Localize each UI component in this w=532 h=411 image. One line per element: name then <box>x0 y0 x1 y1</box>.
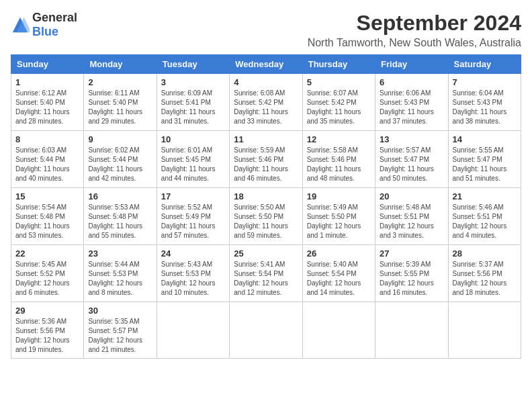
table-row: 15Sunrise: 5:54 AM Sunset: 5:48 PM Dayli… <box>11 188 84 245</box>
day-info: Sunrise: 5:40 AM Sunset: 5:54 PM Dayligh… <box>307 260 371 298</box>
table-row: 16Sunrise: 5:53 AM Sunset: 5:48 PM Dayli… <box>84 188 157 245</box>
table-row: 13Sunrise: 5:57 AM Sunset: 5:47 PM Dayli… <box>375 131 448 188</box>
day-info: Sunrise: 5:53 AM Sunset: 5:48 PM Dayligh… <box>88 203 152 240</box>
table-row: 18Sunrise: 5:50 AM Sunset: 5:50 PM Dayli… <box>230 188 302 245</box>
table-row: 2Sunrise: 6:11 AM Sunset: 5:40 PM Daylig… <box>84 74 157 131</box>
table-row: 1Sunrise: 6:12 AM Sunset: 5:40 PM Daylig… <box>11 74 84 131</box>
day-info: Sunrise: 6:12 AM Sunset: 5:40 PM Dayligh… <box>15 89 79 126</box>
table-row <box>157 302 229 359</box>
day-number: 9 <box>88 134 152 144</box>
week-row: 29Sunrise: 5:36 AM Sunset: 5:56 PM Dayli… <box>11 302 521 359</box>
day-info: Sunrise: 5:59 AM Sunset: 5:46 PM Dayligh… <box>234 146 298 183</box>
table-row: 24Sunrise: 5:43 AM Sunset: 5:53 PM Dayli… <box>157 245 229 302</box>
week-row: 1Sunrise: 6:12 AM Sunset: 5:40 PM Daylig… <box>11 74 521 131</box>
title-section: September 2024 North Tamworth, New South… <box>308 11 521 49</box>
main-title: September 2024 <box>308 11 521 36</box>
table-row: 30Sunrise: 5:35 AM Sunset: 5:57 PM Dayli… <box>84 302 157 359</box>
week-row: 22Sunrise: 5:45 AM Sunset: 5:52 PM Dayli… <box>11 245 521 302</box>
day-number: 3 <box>161 77 225 87</box>
day-number: 12 <box>307 134 371 144</box>
day-number: 10 <box>161 134 225 144</box>
day-info: Sunrise: 5:58 AM Sunset: 5:46 PM Dayligh… <box>307 146 371 183</box>
logo-icon <box>11 15 30 34</box>
week-row: 15Sunrise: 5:54 AM Sunset: 5:48 PM Dayli… <box>11 188 521 245</box>
day-info: Sunrise: 5:50 AM Sunset: 5:50 PM Dayligh… <box>234 203 298 240</box>
table-row: 5Sunrise: 6:07 AM Sunset: 5:42 PM Daylig… <box>302 74 375 131</box>
logo-text: General Blue <box>32 11 77 39</box>
day-info: Sunrise: 5:36 AM Sunset: 5:56 PM Dayligh… <box>15 317 79 355</box>
day-info: Sunrise: 5:46 AM Sunset: 5:51 PM Dayligh… <box>453 203 517 240</box>
day-number: 16 <box>88 191 152 201</box>
day-info: Sunrise: 5:49 AM Sunset: 5:50 PM Dayligh… <box>307 203 371 240</box>
table-row: 28Sunrise: 5:37 AM Sunset: 5:56 PM Dayli… <box>448 245 521 302</box>
table-row: 3Sunrise: 6:09 AM Sunset: 5:41 PM Daylig… <box>157 74 229 131</box>
col-sunday: Sunday <box>11 55 84 74</box>
day-number: 17 <box>161 191 225 201</box>
day-number: 5 <box>307 77 371 87</box>
table-row: 27Sunrise: 5:39 AM Sunset: 5:55 PM Dayli… <box>375 245 448 302</box>
day-info: Sunrise: 5:35 AM Sunset: 5:57 PM Dayligh… <box>88 317 152 355</box>
calendar: Sunday Monday Tuesday Wednesday Thursday… <box>11 54 521 359</box>
header-row: Sunday Monday Tuesday Wednesday Thursday… <box>11 55 521 74</box>
day-number: 27 <box>380 248 443 259</box>
day-number: 7 <box>453 77 517 87</box>
day-number: 19 <box>307 191 371 201</box>
day-info: Sunrise: 6:07 AM Sunset: 5:42 PM Dayligh… <box>307 89 371 126</box>
day-info: Sunrise: 6:06 AM Sunset: 5:43 PM Dayligh… <box>380 89 443 126</box>
day-number: 28 <box>453 248 517 259</box>
table-row <box>302 302 375 359</box>
table-row <box>230 302 302 359</box>
day-info: Sunrise: 6:11 AM Sunset: 5:40 PM Dayligh… <box>88 89 152 126</box>
logo-blue: Blue <box>32 25 58 38</box>
day-info: Sunrise: 5:54 AM Sunset: 5:48 PM Dayligh… <box>15 203 79 240</box>
day-info: Sunrise: 5:45 AM Sunset: 5:52 PM Dayligh… <box>15 260 79 298</box>
table-row <box>375 302 448 359</box>
day-info: Sunrise: 5:43 AM Sunset: 5:53 PM Dayligh… <box>161 260 225 298</box>
day-info: Sunrise: 6:04 AM Sunset: 5:43 PM Dayligh… <box>453 89 517 126</box>
day-info: Sunrise: 5:39 AM Sunset: 5:55 PM Dayligh… <box>380 260 443 298</box>
day-number: 2 <box>88 77 152 87</box>
table-row: 7Sunrise: 6:04 AM Sunset: 5:43 PM Daylig… <box>448 74 521 131</box>
day-number: 11 <box>234 134 298 144</box>
logo-general: General <box>32 11 77 24</box>
day-info: Sunrise: 6:08 AM Sunset: 5:42 PM Dayligh… <box>234 89 298 126</box>
day-number: 26 <box>307 248 371 259</box>
day-info: Sunrise: 5:48 AM Sunset: 5:51 PM Dayligh… <box>380 203 443 240</box>
day-number: 24 <box>161 248 225 259</box>
day-info: Sunrise: 5:41 AM Sunset: 5:54 PM Dayligh… <box>234 260 298 298</box>
col-monday: Monday <box>84 55 157 74</box>
col-wednesday: Wednesday <box>230 55 302 74</box>
day-info: Sunrise: 6:09 AM Sunset: 5:41 PM Dayligh… <box>161 89 225 126</box>
day-info: Sunrise: 6:03 AM Sunset: 5:44 PM Dayligh… <box>15 146 79 183</box>
day-number: 23 <box>88 248 152 259</box>
day-number: 14 <box>453 134 517 144</box>
day-info: Sunrise: 5:57 AM Sunset: 5:47 PM Dayligh… <box>380 146 443 183</box>
table-row: 8Sunrise: 6:03 AM Sunset: 5:44 PM Daylig… <box>11 131 84 188</box>
day-number: 18 <box>234 191 298 201</box>
table-row <box>448 302 521 359</box>
day-number: 6 <box>380 77 443 87</box>
table-row: 20Sunrise: 5:48 AM Sunset: 5:51 PM Dayli… <box>375 188 448 245</box>
logo: General Blue <box>11 11 77 39</box>
day-number: 8 <box>15 134 79 144</box>
table-row: 12Sunrise: 5:58 AM Sunset: 5:46 PM Dayli… <box>302 131 375 188</box>
table-row: 25Sunrise: 5:41 AM Sunset: 5:54 PM Dayli… <box>230 245 302 302</box>
subtitle: North Tamworth, New South Wales, Austral… <box>308 37 521 49</box>
table-row: 6Sunrise: 6:06 AM Sunset: 5:43 PM Daylig… <box>375 74 448 131</box>
col-thursday: Thursday <box>302 55 375 74</box>
table-row: 11Sunrise: 5:59 AM Sunset: 5:46 PM Dayli… <box>230 131 302 188</box>
col-saturday: Saturday <box>448 55 521 74</box>
day-number: 25 <box>234 248 298 259</box>
day-number: 20 <box>380 191 443 201</box>
col-tuesday: Tuesday <box>157 55 229 74</box>
day-info: Sunrise: 6:02 AM Sunset: 5:44 PM Dayligh… <box>88 146 152 183</box>
day-number: 4 <box>234 77 298 87</box>
week-row: 8Sunrise: 6:03 AM Sunset: 5:44 PM Daylig… <box>11 131 521 188</box>
table-row: 10Sunrise: 6:01 AM Sunset: 5:45 PM Dayli… <box>157 131 229 188</box>
table-row: 9Sunrise: 6:02 AM Sunset: 5:44 PM Daylig… <box>84 131 157 188</box>
table-row: 23Sunrise: 5:44 AM Sunset: 5:53 PM Dayli… <box>84 245 157 302</box>
day-number: 22 <box>15 248 79 259</box>
day-info: Sunrise: 5:44 AM Sunset: 5:53 PM Dayligh… <box>88 260 152 298</box>
table-row: 19Sunrise: 5:49 AM Sunset: 5:50 PM Dayli… <box>302 188 375 245</box>
day-info: Sunrise: 5:37 AM Sunset: 5:56 PM Dayligh… <box>453 260 517 298</box>
